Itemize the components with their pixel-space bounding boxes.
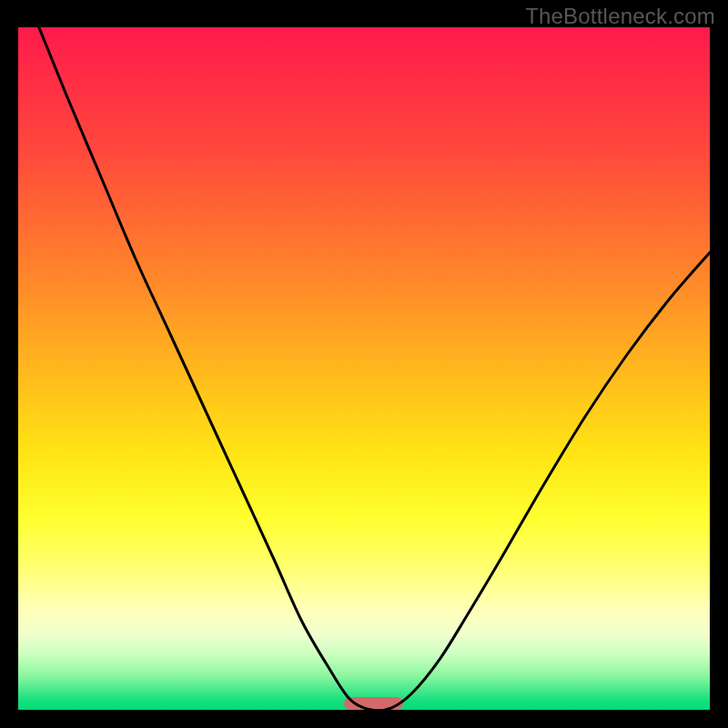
watermark-text: TheBottleneck.com — [525, 4, 715, 29]
gradient-plot-area — [18, 27, 710, 710]
bottleneck-curve — [18, 27, 710, 710]
